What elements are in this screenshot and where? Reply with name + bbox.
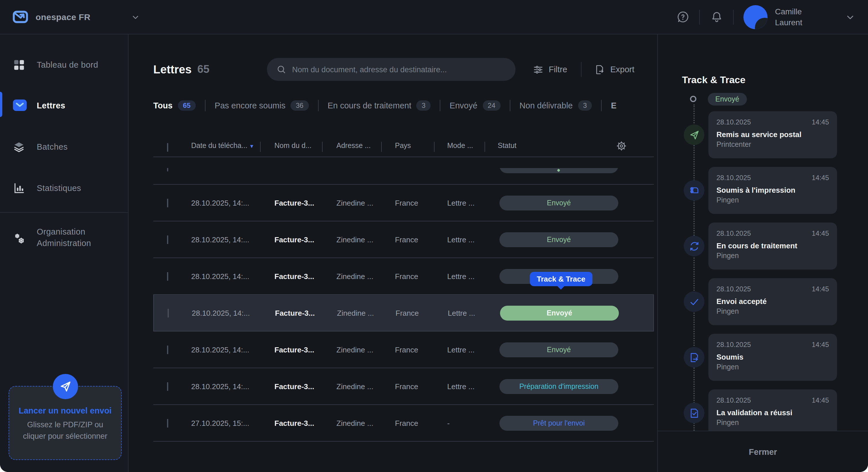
page-count: 65 <box>197 63 209 76</box>
event-date: 28.10.2025 <box>716 396 751 404</box>
sidebar-item-label: Tableau de bord <box>37 60 98 69</box>
file-export-icon <box>684 347 704 368</box>
timeline-event-card[interactable]: 28.10.202514:45 Soumis Pingen <box>708 334 837 381</box>
status-badge[interactable]: Envoyé <box>499 195 618 210</box>
panel-status-badge: Envoyé <box>708 93 747 105</box>
status-badge[interactable]: Envoyé <box>499 232 618 247</box>
divider <box>318 100 318 111</box>
divider <box>601 100 602 111</box>
timeline-event-card[interactable]: 28.10.202514:45 La validation a réussi P… <box>708 390 837 436</box>
bar-chart-icon <box>12 182 25 194</box>
tab-count-badge: 65 <box>178 100 196 111</box>
timeline-line <box>693 104 694 431</box>
table-row[interactable]: 28.10.2025, 14:... Facture-3... Zinedine… <box>153 332 654 368</box>
timeline-event-card[interactable]: 28.10.202514:45 Envoi accepté Pingen <box>708 278 837 325</box>
column-header-mode[interactable]: Mode ... <box>447 142 473 150</box>
sidebar-item-batches[interactable]: Batches <box>0 133 129 161</box>
status-badge[interactable]: Préparation d'impression <box>499 379 618 394</box>
timeline-event-card[interactable]: 28.10.202514:45 Remis au service postal … <box>708 111 837 158</box>
row-checkbox[interactable] <box>167 382 168 391</box>
upload-subtitle: Glissez le PDF/ZIP ou cliquer pour sélec… <box>9 419 121 442</box>
column-header-date[interactable]: Date du télécha...▼ <box>191 142 254 150</box>
sort-desc-icon: ▼ <box>249 143 254 149</box>
event-source: Printcenter <box>716 140 829 148</box>
divider <box>205 100 206 111</box>
timeline-event-card[interactable]: 28.10.202514:45 En cours de traitement P… <box>708 223 837 270</box>
table-settings-gear-icon[interactable] <box>615 140 627 152</box>
tab-tous[interactable]: Tous 65 <box>153 100 196 111</box>
refresh-icon <box>684 236 704 256</box>
sidebar-item-statistics[interactable]: Statistiques <box>0 174 129 202</box>
event-source: Pingen <box>716 252 829 260</box>
sidebar-item-organisation-admin[interactable]: Organisation Administration <box>0 222 129 255</box>
sidebar-item-letters[interactable]: Lettres <box>0 92 129 119</box>
panel-title: Track & Trace <box>682 74 745 86</box>
event-source: Pingen <box>716 307 829 315</box>
search-input[interactable] <box>292 65 499 74</box>
table-row[interactable]: 28.10.2025, 14:... Facture-3... Zinedine… <box>153 222 654 258</box>
table-header: Date du télécha...▼ Nom du d... Adresse … <box>153 142 654 153</box>
event-time: 14:45 <box>812 118 829 126</box>
export-label: Export <box>610 65 634 74</box>
avatar[interactable] <box>743 5 768 29</box>
brand-logo-icon <box>12 10 28 24</box>
column-header-name[interactable]: Nom du d... <box>274 142 311 150</box>
table-row[interactable]: 28.10.2025, 14:... Facture-3... Zinedine… <box>153 368 654 405</box>
event-date: 28.10.2025 <box>716 229 751 237</box>
track-trace-panel: Track & Trace Envoyé <box>657 34 868 472</box>
table-row-partial[interactable] <box>153 168 654 185</box>
tab-en-cours-de-traitement[interactable]: En cours de traitement 3 <box>328 100 431 111</box>
row-checkbox[interactable] <box>167 272 168 280</box>
chevron-down-icon <box>131 12 140 22</box>
tab-truncated[interactable]: E <box>611 101 617 110</box>
close-button[interactable]: Fermer <box>749 447 777 456</box>
user-menu-chevron-icon[interactable] <box>845 12 856 22</box>
column-header-country[interactable]: Pays <box>395 142 411 150</box>
divider <box>733 9 734 24</box>
page-header: Lettres 65 Filtre <box>153 58 657 81</box>
track-and-trace-tooltip: Track & Trace <box>530 272 592 286</box>
column-header-status[interactable]: Statut <box>498 142 516 150</box>
letters-table: Date du télécha...▼ Nom du d... Adresse … <box>153 142 654 442</box>
status-badge[interactable]: Prêt pour l'envoi <box>499 415 618 430</box>
tab-envoye[interactable]: Envoyé 24 <box>450 100 500 111</box>
search-bar <box>267 58 516 81</box>
divider <box>440 100 440 111</box>
row-checkbox[interactable] <box>167 419 168 427</box>
tab-non-delivrable[interactable]: Non délivrable 3 <box>520 100 592 111</box>
app-window: onespace FR Camille L <box>0 0 868 472</box>
filter-button[interactable]: Filtre <box>533 64 567 75</box>
filter-label: Filtre <box>549 65 567 74</box>
row-checkbox[interactable] <box>167 198 168 207</box>
send-icon <box>684 125 704 145</box>
help-icon[interactable] <box>676 10 689 24</box>
dashboard-grid-icon <box>12 59 25 71</box>
select-all-checkbox[interactable] <box>167 143 168 152</box>
notifications-bell-icon[interactable] <box>710 10 723 24</box>
column-header-address[interactable]: Adresse ... <box>336 142 371 150</box>
sidebar-item-label: Organisation Administration <box>37 227 108 249</box>
sidebar-item-dashboard[interactable]: Tableau de bord <box>0 51 129 78</box>
event-date: 28.10.2025 <box>716 174 751 182</box>
divider <box>699 9 700 24</box>
filter-sliders-icon <box>533 64 544 75</box>
table-row-hovered[interactable]: 28.10.2025, 14:... Facture-3... Zinedine… <box>153 295 654 332</box>
divider <box>581 62 582 77</box>
event-time: 14:45 <box>812 174 829 182</box>
workspace-switcher[interactable]: onespace FR <box>12 10 140 24</box>
table-row[interactable]: 28.10.2025, 14:... Facture-3... Zinedine… <box>153 185 654 222</box>
event-title: Remis au service postal <box>716 130 829 139</box>
status-badge[interactable]: Envoyé <box>499 342 618 357</box>
row-checkbox[interactable] <box>167 308 169 317</box>
tab-count-badge: 24 <box>483 100 501 111</box>
row-checkbox[interactable] <box>167 235 168 244</box>
status-badge-hovered[interactable]: Envoyé <box>500 305 619 320</box>
tab-count-badge: 3 <box>578 100 592 111</box>
tab-pas-encore-soumis[interactable]: Pas encore soumis 36 <box>215 100 309 111</box>
upload-dropzone[interactable]: Lancer un nouvel envoi Glissez le PDF/ZI… <box>9 386 122 460</box>
table-row[interactable]: 27.10.2025, 15:... Facture-3... Zinedine… <box>153 405 654 442</box>
sidebar-item-label: Batches <box>37 142 68 151</box>
timeline-event-card[interactable]: 28.10.202514:45 Soumis à l'impression Pi… <box>708 167 837 214</box>
export-button[interactable]: Export <box>594 64 634 75</box>
row-checkbox[interactable] <box>167 345 168 354</box>
